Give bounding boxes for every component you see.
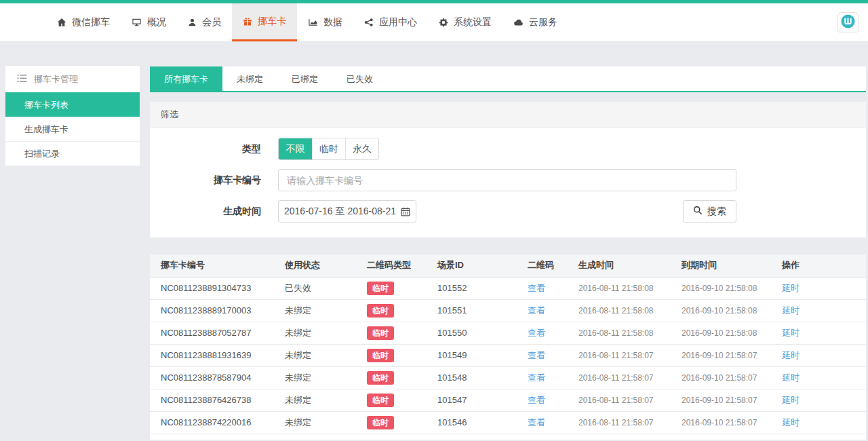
- expires-cell: 2016-09-10 21:58:08: [682, 322, 782, 344]
- extend-link[interactable]: 延时: [782, 372, 800, 383]
- scene-id-cell: 101552: [437, 277, 528, 299]
- card-no-cell: NC0811238881931639: [150, 344, 285, 366]
- expires-cell: 2016-09-10 21:58:07: [682, 344, 782, 366]
- type-button-group: 不限 临时 永久: [278, 138, 379, 160]
- sidebar-item-scan-records[interactable]: 扫描记录: [5, 141, 140, 166]
- col-header-actions: 操作: [782, 254, 866, 277]
- created-cell: 2016-08-11 21:58:07: [578, 366, 682, 389]
- table-row: NC0811238889170003 未绑定 临时 101551 查看 2016…: [150, 299, 866, 322]
- card-no-input[interactable]: [278, 169, 736, 191]
- search-icon: [693, 206, 703, 217]
- status-cell: 未绑定: [285, 322, 367, 344]
- view-qr-link[interactable]: 查看: [528, 305, 545, 315]
- time-label: 生成时间: [150, 206, 261, 218]
- card-no-label: 挪车卡编号: [150, 174, 261, 187]
- filter-panel-title: 筛选: [150, 102, 866, 128]
- status-cell: 未绑定: [285, 344, 367, 366]
- nav-item-data[interactable]: 数据: [297, 3, 353, 41]
- status-cell: 未绑定: [285, 411, 367, 434]
- nav-item-overview[interactable]: 概况: [121, 3, 177, 41]
- card-no-filter-row: 挪车卡编号: [150, 169, 866, 191]
- nav-item-label: 概况: [147, 16, 166, 28]
- search-button[interactable]: 搜索: [683, 200, 736, 223]
- time-filter-row: 生成时间 2016-07-16 至 2016-08-21 搜索: [150, 200, 866, 223]
- expires-cell: 2016-09-10 21:58:08: [682, 277, 782, 299]
- tab-bound[interactable]: 已绑定: [277, 66, 332, 91]
- nav-item-label: 挪车卡: [258, 16, 286, 28]
- chart-icon: [308, 18, 318, 27]
- calendar-icon: [401, 207, 410, 216]
- extend-link[interactable]: 延时: [782, 417, 800, 427]
- extend-link[interactable]: 延时: [782, 305, 800, 315]
- card-no-cell: NC0811238874220016: [150, 411, 285, 434]
- view-qr-link[interactable]: 查看: [528, 328, 545, 338]
- user-icon: [188, 18, 197, 27]
- home-icon: [57, 18, 66, 27]
- col-header-qr-type: 二维码类型: [367, 254, 437, 277]
- view-qr-link[interactable]: 查看: [528, 350, 545, 360]
- nav-item-members[interactable]: 会员: [177, 3, 232, 41]
- card-no-cell: NC0811238876426738: [150, 389, 285, 411]
- date-range-picker[interactable]: 2016-07-16 至 2016-08-21: [278, 200, 416, 223]
- type-option-unlimited[interactable]: 不限: [279, 138, 312, 159]
- expires-cell: 2016-09-10 21:58:07: [682, 366, 782, 389]
- table-row: NC0811238874220016 未绑定 临时 101546 查看 2016…: [150, 411, 866, 434]
- tab-unbound[interactable]: 未绑定: [222, 66, 277, 91]
- extend-link[interactable]: 延时: [782, 283, 800, 293]
- date-range-value: 2016-07-16 至 2016-08-21: [284, 206, 396, 218]
- sidebar-item-generate-card[interactable]: 生成挪车卡: [5, 117, 140, 141]
- status-cell: 已失效: [285, 277, 367, 299]
- card-no-cell: NC0811238891304733: [150, 277, 285, 299]
- nav-item-move-card[interactable]: 挪车卡: [232, 3, 297, 41]
- col-header-scene-id: 场景ID: [437, 254, 528, 277]
- table-row: NC0811238881931639 未绑定 临时 101549 查看 2016…: [150, 344, 866, 366]
- extend-link[interactable]: 延时: [782, 350, 800, 360]
- expires-cell: 2016-09-10 21:58:07: [682, 411, 782, 434]
- nav-item-home[interactable]: 微信挪车: [46, 3, 121, 41]
- account-logo-button[interactable]: [837, 12, 859, 33]
- card-no-cell: NC0811238889170003: [150, 299, 285, 322]
- sidebar-item-card-list[interactable]: 挪车卡列表: [5, 92, 140, 117]
- qr-type-badge: 临时: [367, 349, 394, 362]
- desktop-icon: [132, 18, 142, 27]
- top-navbar: 微信挪车 概况 会员 挪车卡 数据 应用中心 系统设置 云服务: [0, 3, 868, 42]
- table-row: NC0811238876426738 未绑定 临时 101547 查看 2016…: [150, 389, 866, 411]
- qr-type-badge: 临时: [367, 326, 394, 340]
- card-no-cell: NC0811238887052787: [150, 322, 285, 344]
- filter-form: 类型 不限 临时 永久 挪车卡编号 生成时间: [150, 128, 866, 237]
- status-cell: 未绑定: [285, 299, 367, 322]
- nav-item-label: 微信挪车: [72, 16, 110, 28]
- tab-all-cards[interactable]: 所有挪车卡: [150, 66, 222, 91]
- type-option-temporary[interactable]: 临时: [312, 138, 345, 159]
- type-option-permanent[interactable]: 永久: [345, 138, 378, 159]
- view-qr-link[interactable]: 查看: [528, 283, 545, 293]
- nav-item-label: 云服务: [529, 16, 557, 28]
- list-icon: [17, 74, 27, 85]
- brand-logo-icon: [840, 14, 856, 32]
- col-header-created: 生成时间: [578, 254, 682, 277]
- table-header-row: 挪车卡编号 使用状态 二维码类型 场景ID 二维码 生成时间 到期时间 操作: [150, 254, 866, 277]
- nav-item-cloud[interactable]: 云服务: [502, 3, 568, 41]
- extend-link[interactable]: 延时: [782, 328, 800, 338]
- view-qr-link[interactable]: 查看: [528, 395, 545, 405]
- nav-item-label: 应用中心: [379, 16, 417, 28]
- sidebar-header-card-management[interactable]: 挪车卡管理: [5, 66, 140, 92]
- type-label: 类型: [150, 143, 261, 155]
- qr-type-badge: 临时: [367, 416, 394, 429]
- nav-item-app-center[interactable]: 应用中心: [353, 3, 428, 41]
- table-row: NC0811238887052787 未绑定 临时 101550 查看 2016…: [150, 322, 866, 344]
- view-qr-link[interactable]: 查看: [528, 372, 545, 383]
- created-cell: 2016-08-11 21:58:08: [578, 299, 682, 322]
- created-cell: 2016-08-11 21:58:07: [578, 389, 682, 411]
- tab-expired[interactable]: 已失效: [332, 66, 387, 91]
- filter-panel: 筛选 类型 不限 临时 永久 挪车卡编号 生成时间: [150, 102, 866, 237]
- main-content: 所有挪车卡 未绑定 已绑定 已失效 筛选 类型 不限 临时 永久 挪车卡编号: [150, 66, 866, 440]
- col-header-card-no: 挪车卡编号: [150, 254, 285, 277]
- view-qr-link[interactable]: 查看: [528, 417, 545, 427]
- card-status-tabs: 所有挪车卡 未绑定 已绑定 已失效: [150, 66, 866, 92]
- nav-item-settings[interactable]: 系统设置: [428, 3, 502, 41]
- created-cell: 2016-08-11 21:58:07: [578, 344, 682, 366]
- extend-link[interactable]: 延时: [782, 395, 800, 405]
- qr-type-badge: 临时: [367, 371, 394, 385]
- sidebar-header-label: 挪车卡管理: [34, 73, 78, 85]
